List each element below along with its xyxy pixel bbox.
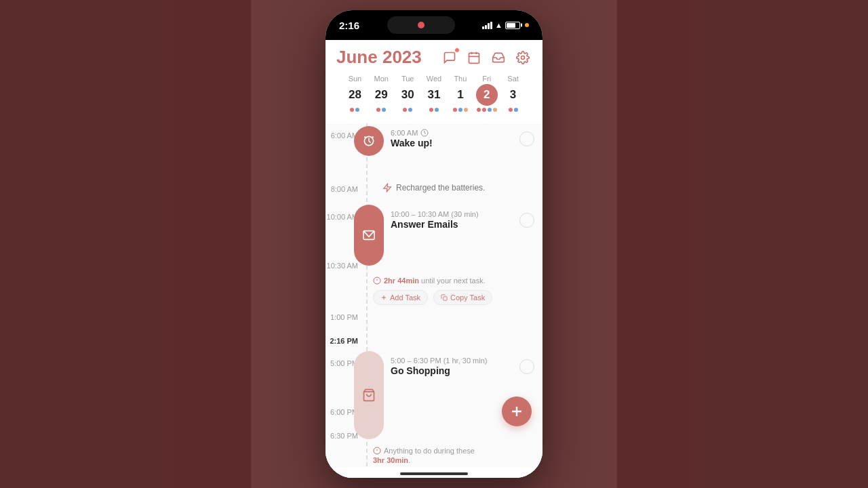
header-icons (441, 49, 532, 66)
add-fab[interactable] (502, 396, 532, 426)
week-calendar: Sun 28 Mon 29 (336, 75, 532, 113)
time-row-1pm: 1:00 PM (326, 310, 542, 334)
month-label: June (336, 47, 378, 67)
day-sun[interactable]: Sun 28 (342, 75, 368, 113)
time-8am: 8:00 AM (326, 182, 365, 193)
day-mon[interactable]: Mon 29 (368, 75, 395, 113)
svg-point-4 (521, 56, 525, 59)
gap-time-row-2: 3hr 30min. (326, 456, 542, 467)
svg-rect-16 (443, 297, 447, 300)
battery-dot (525, 23, 529, 27)
year-label: 2023 (382, 47, 422, 67)
app-content: June 2023 (326, 40, 542, 478)
status-icons: ▲ (482, 21, 529, 29)
status-time: 2:16 (339, 20, 359, 31)
day-fri[interactable]: Fri 2 (473, 75, 500, 113)
svg-line-7 (372, 136, 374, 138)
copy-task-btn-1[interactable]: Copy Task (433, 290, 492, 305)
wifi-icon: ▲ (495, 21, 502, 29)
add-task-btn-1[interactable]: Add Task (373, 290, 428, 305)
day-tue[interactable]: Tue 30 (395, 75, 421, 113)
time-row-8am: 8:00 AM Recharged the batteries. (326, 171, 542, 205)
gap-info-2: Anything to do during these (326, 443, 542, 456)
day-sat[interactable]: Sat 3 (500, 75, 526, 113)
event-wakeup[interactable]: 6:00 AM Wake up! (373, 129, 542, 148)
calendar-icon-btn[interactable] (465, 49, 483, 66)
status-dot (418, 22, 425, 28)
settings-icon-btn[interactable] (514, 49, 532, 66)
add-task-label-1: Add Task (390, 293, 420, 302)
recharge-text: Recharged the batteries. (396, 183, 485, 192)
shopping-complete-circle[interactable] (519, 359, 534, 374)
svg-marker-9 (384, 184, 391, 192)
home-indicator (326, 467, 542, 478)
battery-icon (505, 22, 520, 29)
day-wed[interactable]: Wed 31 (421, 75, 448, 113)
time-row-6am: 6:00 AM 6:00 AM Wake up! (326, 123, 542, 171)
signal-icon (482, 22, 492, 29)
gap-time-1: 2hr 44min (384, 277, 419, 285)
timeline[interactable]: 6:00 AM 6:00 AM Wake up! (326, 123, 542, 467)
status-center (387, 16, 455, 34)
alarm-pill (354, 126, 384, 156)
app-header: June 2023 (326, 40, 542, 123)
svg-rect-0 (469, 53, 479, 63)
recharge-row: Recharged the batteries. (365, 183, 485, 192)
svg-line-6 (364, 136, 366, 138)
inbox-icon-btn[interactable] (490, 49, 507, 66)
time-row-10am: 10:00 AM 10:00 – 10:30 AM (30 min) Answe… (326, 205, 542, 259)
status-bar: 2:16 ▲ (326, 10, 542, 40)
event-shopping[interactable]: 5:00 – 6:30 PM (1 hr, 30 min) Go Shoppin… (373, 357, 542, 376)
header-top: June 2023 (336, 47, 532, 68)
chat-badge (454, 47, 460, 53)
day-thu[interactable]: Thu 1 (447, 75, 473, 113)
gap-info-1: 2hr 44min until your next task. (326, 272, 542, 287)
phone-frame: 2:16 ▲ (326, 10, 542, 478)
time-current: 2:16 PM (326, 334, 365, 345)
gap-time-2: 3hr 30min (373, 456, 408, 464)
time-row-current: 2:16 PM (326, 334, 542, 351)
chat-icon-btn[interactable] (441, 49, 458, 66)
wakeup-complete-circle[interactable] (519, 131, 534, 146)
time-1pm: 1:00 PM (326, 310, 365, 321)
copy-task-label-1: Copy Task (450, 293, 485, 302)
month-title: June 2023 (336, 47, 422, 68)
email-complete-circle[interactable] (519, 213, 534, 228)
action-buttons-1: Add Task Copy Task (326, 287, 542, 310)
event-email[interactable]: 10:00 – 10:30 AM (30 min) Answer Emails (373, 210, 542, 230)
shopping-pill (354, 351, 384, 439)
email-pill (354, 205, 384, 266)
